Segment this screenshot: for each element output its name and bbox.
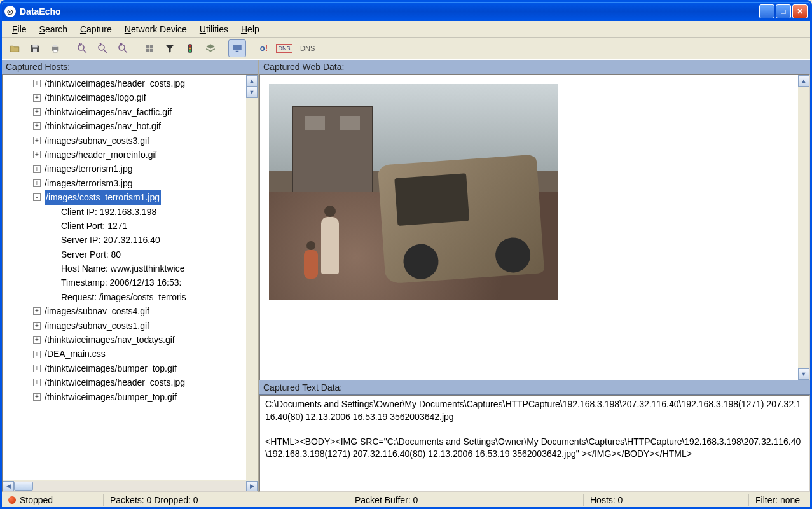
svg-rect-15 [150, 45, 153, 48]
expand-icon[interactable]: + [33, 307, 41, 315]
traffic-light-icon[interactable] [181, 39, 199, 57]
tree-item[interactable]: +/thinktwiceimages/nav_hot.gif [3, 119, 246, 133]
tree-item[interactable]: +/thinktwiceimages/nav_todays.gif [3, 333, 246, 347]
layers-icon[interactable] [202, 39, 219, 57]
expand-icon[interactable]: + [33, 322, 41, 330]
expand-icon[interactable]: + [33, 122, 41, 130]
tree-detail[interactable]: Client IP: 192.168.3.198 [3, 205, 246, 219]
magnifier-t-icon[interactable]: T [93, 39, 111, 57]
tree-detail[interactable]: Client Port: 1271 [3, 219, 246, 233]
print-icon[interactable] [46, 39, 64, 57]
close-button[interactable]: ✕ [792, 4, 808, 18]
dns-label-button[interactable]: DNS [296, 39, 319, 57]
grid-icon[interactable] [141, 39, 158, 57]
scroll-thumb[interactable] [14, 482, 33, 491]
status-state-label: Stopped [20, 495, 53, 505]
svg-point-20 [189, 47, 191, 49]
scroll-up-icon[interactable]: ▲ [798, 75, 809, 87]
menu-bar: File Search Capture Network Device Utili… [2, 21, 810, 38]
expand-icon[interactable]: + [33, 179, 41, 187]
svg-rect-22 [233, 45, 242, 50]
tree-item-label: /thinktwiceimages/nav_factfic.gif [45, 105, 172, 119]
svg-rect-16 [146, 48, 149, 52]
scroll-up-icon[interactable]: ▲ [246, 75, 258, 87]
tree-item[interactable]: +/thinktwiceimages/bumper_top.gif [3, 361, 246, 375]
tree-detail[interactable]: Server Port: 80 [3, 248, 246, 261]
tree-container: +/thinktwiceimages/header_costs.jpg+/thi… [2, 74, 258, 492]
tree-item[interactable]: +/images/subnav_costs4.gif [3, 304, 246, 318]
stopped-icon [8, 496, 16, 504]
hosts-tree[interactable]: +/thinktwiceimages/header_costs.jpg+/thi… [3, 75, 246, 480]
captured-text-area[interactable]: C:\Documents and Settings\Owner\My Docum… [259, 395, 810, 492]
expand-icon[interactable]: + [33, 393, 41, 401]
tree-item[interactable]: +/thinktwiceimages/bumper_top.gif [3, 390, 246, 404]
tree-detail[interactable]: Timestamp: 2006/12/13 16:53: [3, 275, 246, 289]
expand-icon[interactable]: + [33, 151, 41, 158]
expand-icon[interactable]: + [33, 336, 41, 344]
image-vertical-scrollbar[interactable]: ▲ ▼ [798, 75, 809, 380]
tree-item-label: /thinktwiceimages/header_costs.jpg [45, 375, 185, 389]
scroll-right-icon[interactable]: ▶ [246, 481, 258, 491]
maximize-button[interactable]: □ [776, 4, 791, 18]
menu-file[interactable]: File [6, 22, 33, 36]
tree-item[interactable]: -/images/costs_terrorism1.jpg [3, 190, 246, 204]
tree-item[interactable]: +/images/subnav_costs3.gif [3, 134, 246, 148]
tree-item-label: /images/header_moreinfo.gif [45, 148, 157, 162]
menu-capture[interactable]: Capture [74, 22, 118, 36]
tree-item-label: /images/subnav_costs4.gif [45, 304, 149, 318]
tree-item[interactable]: +/thinktwiceimages/logo.gif [3, 90, 246, 104]
menu-utilities[interactable]: Utilities [193, 22, 235, 36]
tree-detail[interactable]: Host Name: www.justthinktwice [3, 261, 246, 275]
expand-icon[interactable]: + [33, 379, 41, 386]
tree-horizontal-scrollbar[interactable]: ◀ ▶ [3, 480, 258, 491]
tree-detail[interactable]: Server IP: 207.32.116.40 [3, 233, 246, 247]
expand-icon[interactable]: + [33, 351, 41, 358]
expand-icon[interactable]: + [33, 80, 41, 87]
menu-help[interactable]: Help [235, 22, 266, 36]
tree-item[interactable]: +/thinktwiceimages/header_costs.jpg [3, 76, 246, 90]
expand-icon[interactable]: + [33, 137, 41, 144]
minimize-button[interactable]: _ [759, 4, 774, 18]
web-data-panel: ▲ ▼ [259, 74, 810, 380]
tree-item[interactable]: +/images/header_moreinfo.gif [3, 148, 246, 162]
svg-line-12 [124, 50, 127, 53]
expand-icon[interactable]: + [33, 94, 41, 102]
scroll-down-icon[interactable]: ▼ [246, 87, 258, 98]
hosts-panel-header: Captured Hosts: [2, 60, 258, 74]
tree-item[interactable]: +/images/subnav_costs1.gif [3, 319, 246, 333]
save-icon[interactable] [26, 39, 44, 57]
tree-item-label: /thinktwiceimages/header_costs.jpg [45, 76, 185, 90]
tree-vertical-scrollbar[interactable]: ▲ ▼ [246, 75, 258, 480]
monitor-icon[interactable] [228, 39, 246, 57]
text-data-panel-header: Captured Text Data: [259, 380, 810, 395]
svg-line-6 [83, 50, 86, 53]
expand-icon[interactable]: + [33, 165, 41, 173]
dns-box-icon[interactable]: DNS [275, 39, 293, 57]
tree-item[interactable]: +/thinktwiceimages/nav_factfic.gif [3, 105, 246, 119]
svg-rect-4 [53, 50, 57, 52]
scroll-down-icon[interactable]: ▼ [798, 368, 809, 380]
tree-item[interactable]: +/images/terrorism1.jpg [3, 162, 246, 176]
tree-item-label: /thinktwiceimages/bumper_top.gif [45, 361, 177, 375]
funnel-icon[interactable] [161, 39, 179, 57]
scroll-left-icon[interactable]: ◀ [3, 481, 14, 491]
status-packets: Packets: 0 Dropped: 0 [104, 494, 348, 506]
tree-item-label: /DEA_main.css [45, 347, 106, 361]
tree-detail[interactable]: Request: /images/costs_terroris [3, 290, 246, 304]
expand-icon[interactable]: + [33, 108, 41, 116]
menu-network-device[interactable]: Network Device [118, 22, 193, 36]
magnifier-s-icon[interactable]: S [114, 39, 132, 57]
open-icon[interactable] [6, 39, 24, 57]
captured-image [269, 84, 558, 300]
expand-icon[interactable]: + [33, 365, 41, 372]
left-pane: Captured Hosts: +/thinktwiceimages/heade… [2, 60, 259, 492]
alert-icon[interactable]: o! [255, 39, 273, 57]
tree-item[interactable]: +/images/terrorism3.jpg [3, 176, 246, 190]
tree-item[interactable]: +/thinktwiceimages/header_costs.jpg [3, 375, 246, 389]
tree-item[interactable]: +/DEA_main.css [3, 347, 246, 361]
menu-search[interactable]: Search [33, 22, 74, 36]
image-viewport[interactable] [260, 75, 798, 380]
magnifier-u-icon[interactable]: U [73, 39, 91, 57]
collapse-icon[interactable]: - [33, 193, 41, 201]
status-bar: Stopped Packets: 0 Dropped: 0 Packet Buf… [2, 492, 810, 507]
